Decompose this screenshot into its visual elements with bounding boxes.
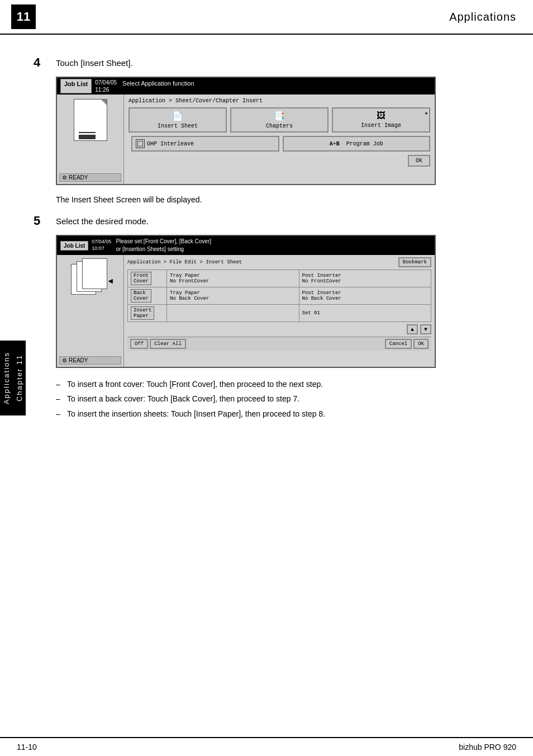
screen2-header-message: Please set [Front Cover], [Back Cover] o… [116, 238, 211, 253]
back-cover-post-cell: Post InserterNo Back Cover [299, 287, 431, 305]
screen2-right-panel: Application > File Edit > Insert Sheet B… [124, 255, 435, 367]
table-row: InsertPaper Set 01 [128, 305, 431, 322]
page-title: Applications [449, 11, 516, 23]
back-cover-button[interactable]: BackCover [131, 289, 151, 303]
screen2-doc-stack: ◄ [71, 258, 110, 303]
insert-paper-cell: InsertPaper [128, 305, 167, 322]
screen2-ready-icon: ⚙ [62, 357, 67, 363]
front-cover-tray-cell: Tray PaperNo FrontCover [167, 270, 299, 287]
insert-image-icon: 🖼 [336, 111, 426, 121]
screen2-down-button[interactable]: ▼ [420, 324, 431, 334]
step5-number: 5 [34, 214, 56, 228]
screen1-ready-bar: ⚙ READY [59, 173, 121, 182]
step5-instruction: Select the desired mode. [56, 215, 149, 226]
screen2-footer-right-buttons: Cancel OK [385, 339, 429, 349]
screen2-container: Job List 07/04/0510:07 Please set [Front… [56, 235, 436, 368]
front-cover-post-cell: Post InserterNo FrontCover [299, 270, 431, 287]
ohp-label: OHP Interleave [147, 141, 194, 147]
screen2-job-list-button[interactable]: Job List [60, 241, 88, 251]
screen2-up-button[interactable]: ▲ [407, 324, 418, 334]
screen2-options-table: FrontCover Tray PaperNo FrontCover Post … [127, 270, 431, 322]
ready-icon: ⚙ [62, 174, 67, 181]
screen1-chapters-btn[interactable]: 📑 Chapters [230, 107, 329, 133]
screen1-right-panel: Application > Sheet/Cover/Chapter Insert… [124, 94, 435, 184]
doc-page-3 [82, 258, 107, 289]
screen2-off-button[interactable]: Off [130, 339, 148, 349]
screen1-left-panel: ⚙ READY [57, 94, 124, 184]
screen1-body: ⚙ READY Application > Sheet/Cover/Chapte… [57, 94, 435, 184]
screen2-breadcrumb-row: Application > File Edit > Insert Sheet B… [127, 257, 431, 267]
screen1-container: Job List 07/04/0511:26 Select Applicatio… [56, 77, 436, 185]
screen2-header: Job List 07/04/0510:07 Please set [Front… [57, 236, 435, 255]
arrow-right-icon: ◄ [107, 276, 115, 285]
screen1-job-list-button[interactable]: Job List [60, 79, 92, 93]
insert-paper-empty-cell [167, 305, 299, 322]
screen2-bookmark-button[interactable]: Bookmark [398, 257, 431, 267]
star-mark: ★ [425, 110, 428, 116]
step4-row: 4 Touch [Insert Sheet]. [34, 57, 505, 70]
screen2-ready-bar: ⚙ READY [59, 356, 121, 365]
screen2-body: ◄ ⚙ READY Application > File Edit > Inse… [57, 255, 435, 367]
screen1-ok-button[interactable]: OK [408, 155, 430, 167]
screen1-ohp-btn[interactable]: OHP Interleave [131, 136, 279, 152]
sidebar-applications-label: Applications [2, 352, 11, 404]
screen2-ready-label: READY [69, 357, 88, 363]
insert-paper-button[interactable]: InsertPaper [131, 306, 154, 320]
screen2-footer: Off Clear All Cancel OK [127, 337, 431, 351]
page-header: 11 Applications [0, 0, 533, 35]
list-item: To insert a front cover: Touch [Front Co… [56, 378, 505, 390]
footer-page-number: 11-10 [17, 743, 37, 752]
table-row: BackCover Tray PaperNo Back Cover Post I… [128, 287, 431, 305]
ohp-icon [136, 139, 145, 148]
screen2-breadcrumb: Application > File Edit > Insert Sheet [127, 259, 242, 265]
screen2-clear-all-button[interactable]: Clear All [150, 339, 186, 349]
table-row: FrontCover Tray PaperNo FrontCover Post … [128, 270, 431, 287]
chapters-icon: 📑 [235, 111, 324, 122]
main-content: 4 Touch [Insert Sheet]. Job List 07/04/0… [0, 35, 533, 433]
screen2-datetime: 07/04/0510:07 [92, 239, 111, 252]
screen1-insert-image-btn[interactable]: ★ 🖼 Insert Image [332, 107, 430, 133]
screen1-buttons-row2: OHP Interleave A+B Program Job [129, 136, 430, 152]
screen1-datetime: 07/04/0511:26 [95, 79, 117, 93]
screen1-buttons-grid: 📄 Insert Sheet 📑 Chapters ★ 🖼 Insert Ima… [129, 107, 430, 133]
screen1-ready-label: READY [69, 174, 88, 181]
step4-number: 4 [34, 55, 56, 70]
screen2-footer-left-buttons: Off Clear All [130, 339, 186, 349]
screen1-title: Select Application function [122, 79, 194, 93]
screen1-top-bar: Job List 07/04/0511:26 Select Applicatio… [57, 78, 435, 94]
sidebar-chapter: Applications Chapter 11 [0, 341, 26, 415]
screen2-cancel-button[interactable]: Cancel [385, 339, 412, 349]
page-footer: 11-10 bizhub PRO 920 [0, 737, 533, 756]
back-cover-cell: BackCover [128, 287, 167, 305]
screen1-insert-sheet-btn[interactable]: 📄 Insert Sheet [129, 107, 227, 133]
bullet-list: To insert a front cover: Touch [Front Co… [56, 378, 505, 420]
screen2-left-panel: ◄ ⚙ READY [57, 255, 124, 367]
list-item: To insert a back cover: Touch [Back Cove… [56, 393, 505, 405]
step4-instruction: Touch [Insert Sheet]. [56, 57, 133, 68]
screen2-set-row: ▲ ▼ [127, 324, 431, 334]
footer-product-name: bizhub PRO 920 [459, 743, 516, 752]
sidebar-chapter-label: Chapter 11 [15, 355, 23, 401]
screen1-doc-icon [74, 99, 107, 141]
b-icon: B [336, 141, 340, 147]
screen2-ok-button[interactable]: OK [413, 339, 429, 349]
back-cover-tray-cell: Tray PaperNo Back Cover [167, 287, 299, 305]
list-item: To insert the insertion sheets: Touch [I… [56, 408, 505, 420]
screen1-breadcrumb: Application > Sheet/Cover/Chapter Insert [129, 98, 430, 104]
screen1-ok-row: OK [129, 155, 430, 167]
chapter-badge: 11 [11, 4, 36, 29]
front-cover-cell: FrontCover [128, 270, 167, 287]
screen1-program-job-btn[interactable]: A+B Program Job [283, 136, 431, 152]
step4-caption: The Insert Sheet Screen will be displaye… [56, 195, 505, 204]
step5-row: 5 Select the desired mode. [34, 215, 505, 228]
insert-sheet-icon: 📄 [133, 111, 222, 122]
insert-paper-set-cell: Set 01 [299, 305, 431, 322]
front-cover-button[interactable]: FrontCover [131, 272, 151, 285]
ab-icon: A [330, 141, 333, 147]
